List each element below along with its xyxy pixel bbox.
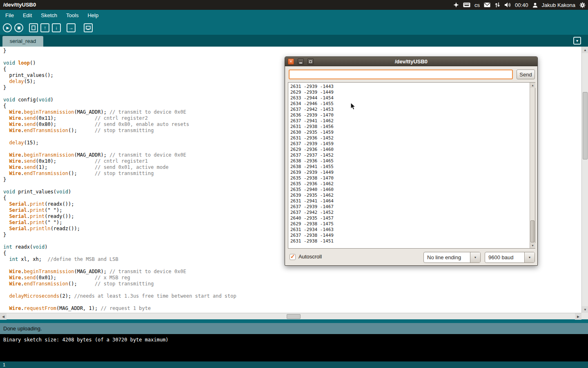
serial-scrollbar[interactable]: ▲ ▼: [530, 83, 535, 248]
window-title: /dev/ttyUSB0: [285, 57, 537, 66]
down-arrow-icon: ↓: [55, 25, 58, 30]
keyboard-layout-label[interactable]: cs: [474, 2, 480, 8]
clock[interactable]: 00:40: [515, 2, 528, 8]
baud-rate-value: 9600 baud: [485, 252, 524, 263]
toolbar: ▶ ↑ ↓ →: [0, 21, 588, 35]
menu-edit[interactable]: Edit: [18, 10, 36, 21]
scroll-up-arrow[interactable]: ▲: [582, 47, 588, 53]
up-arrow-icon: ↑: [44, 25, 46, 30]
serial-output-area[interactable]: 2631 -2939 -1443 2629 -2939 -1449 2633 -…: [288, 82, 535, 249]
line-number-strip: 1: [0, 361, 588, 368]
upload-button[interactable]: →: [67, 23, 76, 32]
chevron-down-icon[interactable]: ▼: [470, 252, 480, 263]
console-output: Binary sketch size: 4208 bytes (of a 307…: [0, 334, 588, 361]
editor-vertical-scrollbar[interactable]: ▲ ▼: [581, 47, 588, 313]
serial-output: 2631 -2939 -1443 2629 -2939 -1449 2633 -…: [288, 83, 535, 245]
network-arrows-icon[interactable]: [494, 2, 500, 8]
tabbar: serial_read ▾: [0, 35, 588, 47]
open-sketch-button[interactable]: ↑: [40, 23, 49, 32]
username[interactable]: Jakub Kakona: [542, 2, 575, 8]
status-message: Done uploading.: [3, 325, 42, 332]
line-ending-value: No line ending: [424, 252, 470, 263]
mail-icon[interactable]: [484, 2, 490, 7]
scroll-left-arrow[interactable]: ◀: [0, 313, 7, 320]
tab-menu-button[interactable]: ▾: [573, 37, 581, 45]
panel-indicators: cs 00:40 Jakub Kakona: [453, 0, 586, 10]
tab-serial-read[interactable]: serial_read: [2, 36, 43, 47]
user-icon: [532, 2, 538, 8]
right-arrow-icon: →: [69, 25, 74, 30]
stop-button[interactable]: [14, 23, 23, 32]
menu-tools[interactable]: Tools: [62, 10, 83, 21]
baud-rate-select[interactable]: 9600 baud ▼: [485, 252, 535, 263]
serial-scroll-down-arrow[interactable]: ▼: [530, 243, 535, 248]
new-sketch-button[interactable]: [29, 23, 38, 32]
stop-icon: [18, 27, 20, 29]
console-line: Binary sketch size: 4208 bytes (of a 307…: [3, 337, 169, 343]
menu-sketch[interactable]: Sketch: [36, 10, 62, 21]
scrollbar-corner: [581, 313, 588, 319]
play-icon: ▶: [6, 26, 9, 30]
chevron-down-icon: ▾: [576, 38, 578, 43]
serial-monitor-window: × /dev/ttyUSB0 Send 2631 -2939 -1443 262…: [285, 56, 538, 266]
chevron-down-icon[interactable]: ▼: [524, 252, 535, 263]
editor-horizontal-scrollbar[interactable]: ◀ ▶: [0, 313, 581, 319]
scroll-down-arrow[interactable]: ▼: [582, 306, 588, 313]
monitor-icon: [86, 26, 91, 30]
send-button[interactable]: Send: [517, 70, 535, 79]
desktop: /dev/ttyUSB0 cs 00:40 Jakub Kakona: [0, 0, 588, 368]
volume-icon[interactable]: [504, 2, 511, 8]
verify-button[interactable]: ▶: [3, 23, 12, 32]
check-icon: ✓: [290, 253, 295, 260]
serial-input[interactable]: [289, 70, 513, 79]
vertical-scroll-thumb[interactable]: [583, 92, 588, 159]
serial-monitor-titlebar[interactable]: × /dev/ttyUSB0: [285, 57, 537, 66]
horizontal-scroll-thumb[interactable]: [287, 314, 301, 319]
line-number-indicator: 1: [3, 362, 5, 367]
line-ending-select[interactable]: No line ending ▼: [423, 252, 481, 263]
top-panel: /dev/ttyUSB0 cs 00:40 Jakub Kakona: [0, 0, 588, 10]
serial-scroll-up-arrow[interactable]: ▲: [530, 83, 535, 88]
gear-icon[interactable]: [579, 2, 586, 8]
menubar: File Edit Sketch Tools Help: [0, 10, 588, 21]
menu-help[interactable]: Help: [83, 10, 103, 21]
serial-monitor-button[interactable]: [84, 23, 93, 32]
serial-scroll-thumb[interactable]: [530, 220, 535, 242]
document-icon: [31, 25, 36, 30]
autoscroll-checkbox[interactable]: ✓: [290, 254, 296, 260]
autoscroll-label: Autoscroll: [298, 254, 322, 260]
sparkle-indicator-icon[interactable]: [453, 2, 459, 8]
save-sketch-button[interactable]: ↓: [52, 23, 61, 32]
panel-window-title: /dev/ttyUSB0: [3, 0, 36, 10]
ide-status-bar: Done uploading.: [0, 323, 588, 334]
scroll-right-arrow[interactable]: ▶: [575, 313, 581, 320]
menu-file[interactable]: File: [1, 10, 18, 21]
keyboard-layout-icon[interactable]: [463, 2, 470, 7]
